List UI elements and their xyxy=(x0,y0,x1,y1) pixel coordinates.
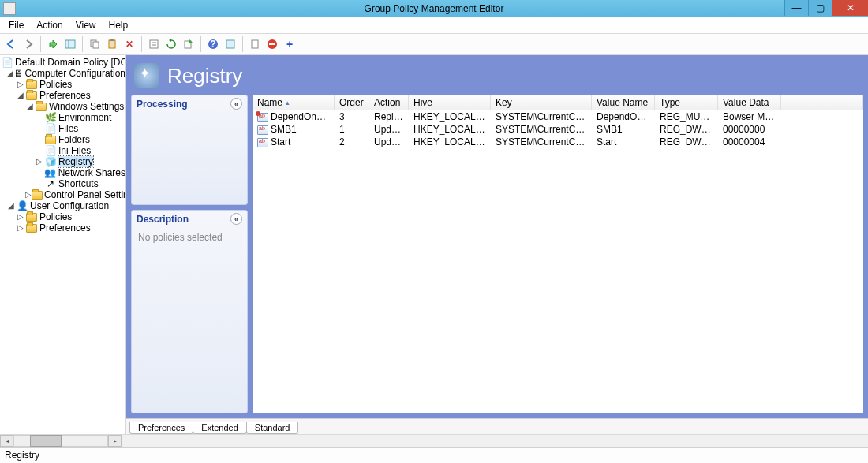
col-type[interactable]: Type xyxy=(655,95,718,110)
tree-network-shares[interactable]: 👥Network Shares xyxy=(0,167,125,178)
menu-help[interactable]: Help xyxy=(103,19,134,32)
svg-rect-0 xyxy=(65,40,75,48)
expand-icon[interactable]: ▷ xyxy=(25,189,32,200)
col-action[interactable]: Action xyxy=(369,95,409,110)
refresh-button[interactable] xyxy=(163,36,179,52)
expand-icon[interactable]: ▷ xyxy=(35,156,44,167)
svg-rect-13 xyxy=(252,40,258,48)
collapse-icon[interactable]: ◢ xyxy=(16,90,25,101)
tree-policies[interactable]: ▷Policies xyxy=(0,79,125,90)
scroll-track[interactable] xyxy=(13,435,108,447)
registry-header-icon xyxy=(134,63,159,88)
tree-ini-files[interactable]: 📄Ini Files xyxy=(0,145,125,156)
delete-button[interactable]: ✕ xyxy=(122,36,137,52)
options-button[interactable] xyxy=(223,36,238,52)
description-body: No policies selected xyxy=(132,227,247,252)
tree-preferences[interactable]: ◢Preferences xyxy=(0,90,125,101)
expand-icon[interactable]: ▷ xyxy=(16,79,25,90)
up-button[interactable] xyxy=(45,36,61,52)
new-item-button[interactable] xyxy=(247,36,263,52)
help-button[interactable]: ? xyxy=(205,36,221,52)
tree-windows-settings[interactable]: ◢Windows Settings xyxy=(0,101,125,112)
tree-root[interactable]: 📄Default Domain Policy [DC02.C… xyxy=(0,57,125,68)
paste-button[interactable] xyxy=(104,36,120,52)
ini-icon: 📄 xyxy=(44,145,57,156)
reg-value-icon xyxy=(257,138,268,147)
registry-icon: 🧊 xyxy=(44,156,57,167)
col-key[interactable]: Key xyxy=(491,95,592,110)
status-bar: Registry xyxy=(0,447,868,463)
tab-extended[interactable]: Extended xyxy=(193,422,246,434)
col-order[interactable]: Order xyxy=(335,95,369,110)
stop-button[interactable] xyxy=(264,36,280,52)
properties-button[interactable] xyxy=(146,36,162,52)
tree-user-config[interactable]: ◢👤User Configuration xyxy=(0,200,125,211)
folder-icon xyxy=(35,101,47,112)
export-button[interactable] xyxy=(181,36,196,52)
description-panel: Description « No policies selected xyxy=(131,210,248,413)
maximize-button[interactable]: ▢ xyxy=(808,0,832,16)
menu-view[interactable]: View xyxy=(70,19,102,32)
table-row[interactable]: DependOnService3ReplaceHKEY_LOCAL_MAC...… xyxy=(253,110,863,123)
expand-icon[interactable]: ▷ xyxy=(16,222,25,233)
collapse-icon[interactable]: ◢ xyxy=(25,101,35,112)
tree-shortcuts[interactable]: ↗Shortcuts xyxy=(0,178,125,189)
col-valuename[interactable]: Value Name xyxy=(592,95,655,110)
scroll-left-button[interactable]: ◂ xyxy=(0,435,13,447)
tree-user-preferences[interactable]: ▷Preferences xyxy=(0,222,125,233)
menu-action[interactable]: Action xyxy=(31,19,68,32)
processing-panel: Processing « xyxy=(131,95,248,205)
svg-rect-5 xyxy=(110,39,114,41)
collapse-chevron-icon[interactable]: « xyxy=(230,98,242,110)
app-icon xyxy=(3,2,16,15)
col-name[interactable]: Name xyxy=(253,95,335,110)
environment-icon: 🌿 xyxy=(44,112,57,123)
collapse-icon[interactable]: ◢ xyxy=(6,200,16,211)
folder-icon xyxy=(25,222,38,233)
scroll-thumb[interactable] xyxy=(30,435,62,447)
svg-text:?: ? xyxy=(210,39,215,50)
forward-button[interactable] xyxy=(21,36,36,52)
toolbar: ✕ ? + xyxy=(0,33,868,55)
folder-icon xyxy=(25,79,38,90)
tree-files[interactable]: 📄Files xyxy=(0,123,125,134)
registry-grid[interactable]: Name Order Action Hive Key Value Name Ty… xyxy=(253,95,863,413)
add-button[interactable]: + xyxy=(282,36,297,52)
close-button[interactable]: ✕ xyxy=(832,0,868,16)
svg-rect-6 xyxy=(150,40,158,48)
grid-header: Name Order Action Hive Key Value Name Ty… xyxy=(253,95,863,110)
col-valuedata[interactable]: Value Data xyxy=(718,95,781,110)
tree-registry[interactable]: ▷🧊Registry xyxy=(0,156,125,167)
svg-rect-12 xyxy=(226,40,234,48)
svg-rect-4 xyxy=(109,40,115,48)
tab-preferences[interactable]: Preferences xyxy=(129,422,193,434)
reg-value-icon xyxy=(257,125,268,135)
expand-icon[interactable]: ▷ xyxy=(16,211,25,222)
table-row[interactable]: SMB11UpdateHKEY_LOCAL_MAC...SYSTEM\Curre… xyxy=(253,123,863,136)
folder-icon xyxy=(44,134,57,145)
processing-header[interactable]: Processing « xyxy=(132,95,247,112)
tree-control-panel[interactable]: ▷Control Panel Setting xyxy=(0,189,125,200)
tree-computer-config[interactable]: ◢🖥Computer Configuration xyxy=(0,68,125,79)
scroll-right-button[interactable]: ▸ xyxy=(108,435,122,447)
show-hide-tree-button[interactable] xyxy=(62,36,78,52)
folder-icon xyxy=(32,189,43,200)
description-header[interactable]: Description « xyxy=(132,211,247,227)
tab-standard[interactable]: Standard xyxy=(246,422,299,434)
tree-folders[interactable]: Folders xyxy=(0,134,125,145)
console-tree[interactable]: 📄Default Domain Policy [DC02.C… ◢🖥Comput… xyxy=(0,55,126,434)
tree-user-policies[interactable]: ▷Policies xyxy=(0,211,125,222)
network-icon: 👥 xyxy=(44,167,57,178)
user-icon: 👤 xyxy=(16,200,28,211)
copy-button[interactable] xyxy=(87,36,103,52)
files-icon: 📄 xyxy=(44,123,57,134)
menu-file[interactable]: File xyxy=(3,19,29,32)
back-button[interactable] xyxy=(3,36,19,52)
collapse-chevron-icon[interactable]: « xyxy=(230,213,242,225)
collapse-icon[interactable]: ◢ xyxy=(6,68,13,79)
reg-value-icon xyxy=(257,113,268,122)
col-hive[interactable]: Hive xyxy=(409,95,491,110)
table-row[interactable]: Start2UpdateHKEY_LOCAL_MAC...SYSTEM\Curr… xyxy=(253,136,863,148)
tree-environment[interactable]: 🌿Environment xyxy=(0,112,125,123)
minimize-button[interactable]: — xyxy=(784,0,808,16)
